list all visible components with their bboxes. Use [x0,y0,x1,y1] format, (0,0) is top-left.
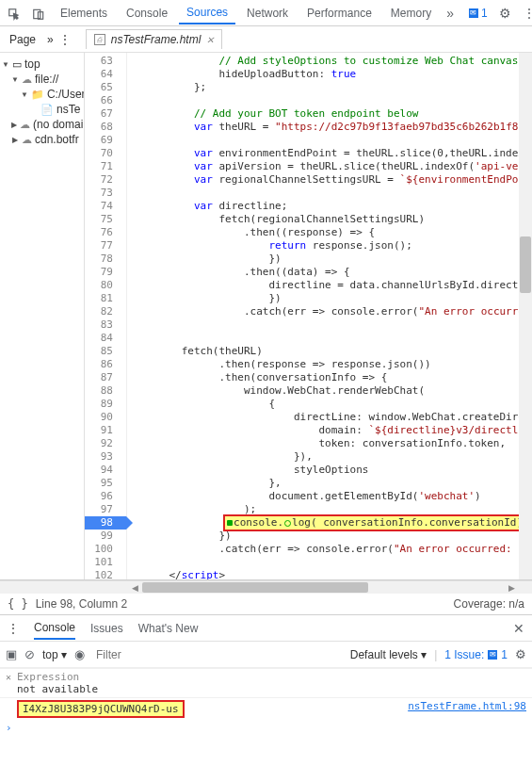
issues-link[interactable]: 1 Issue: ✉ 1 [444,648,508,661]
context-selector[interactable]: top ▾ [42,648,67,661]
close-icon[interactable]: ✕ [206,35,214,45]
drawer-tab-issues[interactable]: Issues [90,618,123,639]
tree-item[interactable]: ▶☁(no domain) [2,117,82,132]
horizontal-scrollbar[interactable]: ◀ ▶ [0,580,532,594]
tree-item[interactable]: ▶☁cdn.botfr [2,132,82,147]
source-editor[interactable]: 6364656667686970717273747576777879808182… [85,53,532,579]
file-tab-label: nsTestFrame.html [111,33,202,46]
console-settings-gear-icon[interactable]: ⚙ [515,647,526,661]
log-levels-selector[interactable]: Default levels ▾ [350,648,427,661]
console-prompt[interactable]: › [0,720,532,736]
drawer-tab-console[interactable]: Console [34,617,75,640]
open-file-tab[interactable]: ⎙ nsTestFrame.html ✕ [86,29,223,49]
clear-console-icon[interactable]: ⊘ [24,647,35,661]
svg-rect-1 [34,9,40,18]
kebab-menu-icon[interactable]: ⋮ [59,33,71,46]
tab-memory[interactable]: Memory [383,3,439,24]
close-icon[interactable]: ✕ [6,671,17,682]
live-expression-row[interactable]: ✕ Expression not available [0,668,532,697]
tree-item[interactable]: ▼▭top [2,57,82,72]
line-gutter[interactable]: 6364656667686970717273747576777879808182… [85,53,127,579]
tab-console[interactable]: Console [119,3,175,24]
cursor-position: Line 98, Column 2 [36,597,127,611]
file-icon: ⎙ [94,34,105,45]
device-toggle-icon[interactable] [28,5,49,20]
settings-gear-icon[interactable]: ⚙ [495,6,515,21]
coverage-status: Coverage: n/a [454,597,524,611]
pretty-print-icon[interactable]: { } [8,597,28,611]
source-code[interactable]: // Add styleOptions to customize Web Cha… [127,53,519,579]
message-icon: ✉ [488,650,497,660]
console-filter-input[interactable] [92,646,343,663]
expression-label: Expression [17,671,79,683]
tab-performance[interactable]: Performance [299,3,379,24]
navigator-more-icon[interactable]: » [47,33,54,46]
kebab-menu-icon[interactable]: ⋮ [519,6,532,21]
tab-sources[interactable]: Sources [179,2,235,24]
close-icon[interactable]: ✕ [513,621,524,636]
expression-value: not available [17,683,98,695]
editor-status-bar: { } Line 98, Column 2 Coverage: n/a [0,594,532,615]
scroll-right-icon[interactable]: ▶ [504,581,519,594]
sources-subbar: Page » ⋮ ⎙ nsTestFrame.html ✕ [0,26,532,53]
console-output: ✕ Expression not available I4XzJ8U383P9j… [0,668,532,736]
inspect-icon[interactable] [4,5,24,20]
live-expression-eye-icon[interactable]: ◉ [74,647,85,661]
logged-conversation-id: I4XzJ8U383P9jQCUWNQ4rD-us [17,700,185,718]
file-navigator-tree[interactable]: ▼▭top▼☁file://▼📁C:/Users📄nsTe▶☁(no domai… [0,53,85,579]
drawer-tab-whatsnew[interactable]: What's New [138,618,199,639]
tree-item[interactable]: ▼☁file:// [2,72,82,87]
more-tabs-icon[interactable]: » [443,6,458,21]
console-log-row: I4XzJ8U383P9jQCUWNQ4rD-us nsTestFrame.ht… [0,697,532,720]
kebab-menu-icon[interactable]: ⋮ [8,622,19,635]
devtools-main-tabbar: Elements Console Sources Network Perform… [0,0,532,26]
tree-item[interactable]: ▼📁C:/Users [2,87,82,102]
issues-badge[interactable]: ✉ 1 [465,7,492,20]
tab-network[interactable]: Network [239,3,296,24]
tree-item[interactable]: 📄nsTe [2,102,82,117]
scroll-left-icon[interactable]: ◀ [127,581,142,594]
message-icon: ✉ [469,8,478,18]
console-sidebar-icon[interactable]: ▣ [6,647,17,661]
source-link[interactable]: nsTestFrame.html:98 [408,700,526,712]
tab-elements[interactable]: Elements [53,3,115,24]
drawer-tabbar: ⋮ Console Issues What's New ✕ [0,615,532,642]
console-toolbar: ▣ ⊘ top ▾ ◉ Default levels ▾ | 1 Issue: … [0,642,532,668]
vertical-scrollbar[interactable] [519,53,532,579]
navigator-page-tab[interactable]: Page [4,29,41,50]
